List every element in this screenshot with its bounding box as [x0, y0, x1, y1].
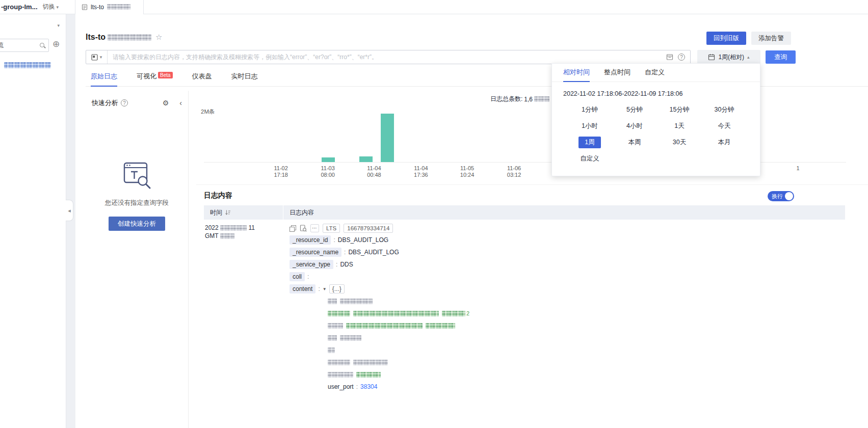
chart-bar [359, 156, 373, 162]
chart-x-label: 11-0510:24 [460, 165, 475, 178]
sidebar-collapse-handle[interactable]: ◂ [66, 200, 73, 221]
view-tab[interactable]: 原始日志 [91, 72, 117, 86]
content-field-row: content : ▼ {...} [290, 283, 858, 295]
search-mode-selector[interactable]: ▾ [86, 50, 108, 64]
field-key[interactable]: content [290, 284, 315, 293]
copy-icon[interactable] [290, 225, 296, 232]
log-search-input[interactable] [108, 50, 690, 64]
time-option[interactable]: 1分钟 [567, 105, 612, 115]
view-tab[interactable]: 可视化 Beta [137, 72, 173, 86]
log-fields: _resource_id : DBS_AUDIT_LOG _resource_n… [290, 234, 858, 283]
time-panel-tab[interactable]: 相对时间 [563, 68, 590, 82]
chevron-down-icon: ▾ [100, 55, 102, 60]
log-search-box: ▾ ? [86, 50, 691, 64]
quick-analysis-title: 快速分析 [92, 98, 118, 108]
topbar: -group-lm... 切换 ▾ lts-to [0, 0, 868, 14]
time-option[interactable]: 本周 [612, 138, 657, 147]
log-entry-time: 2022 11 GMT [204, 220, 283, 240]
field-key[interactable]: coll [290, 272, 305, 281]
time-option[interactable]: 30分钟 [702, 105, 747, 115]
view-tab[interactable]: 实时日志 [231, 72, 258, 86]
time-option[interactable]: 今天 [702, 121, 747, 131]
group-switcher[interactable]: -group-lm... 切换 ▾ [0, 3, 66, 11]
gear-icon[interactable]: ⚙ [163, 99, 169, 107]
time-option[interactable]: 自定义 [567, 154, 612, 164]
time-range-selector[interactable]: 1周(相对) ▴ [697, 50, 760, 64]
chevron-up-icon: ▴ [747, 55, 750, 60]
search-mode-icon [91, 54, 98, 61]
json-preview[interactable]: {...} [329, 284, 345, 293]
view-context-icon[interactable] [300, 225, 307, 232]
chart-x-label-partial: 1 [796, 165, 799, 172]
chart-x-label: 11-0400:48 [367, 165, 381, 178]
redacted-content-lines: 2 [328, 295, 858, 381]
log-field-row: coll : [290, 271, 858, 283]
wrap-toggle[interactable]: 换行 [768, 191, 794, 201]
time-range-text: 2022-11-02 17:18:06-2022-11-09 17:18:06 [563, 90, 760, 97]
stream-search-input[interactable]: 流 [0, 39, 49, 52]
group-name: -group-lm... [1, 3, 38, 11]
collapse-panel-icon[interactable]: ‹ [179, 99, 182, 107]
field-key[interactable]: _service_type [290, 260, 333, 269]
chart-bar [322, 157, 335, 162]
log-stream-item[interactable] [4, 61, 66, 68]
log-tag[interactable]: 1667879334714 [344, 224, 393, 233]
time-option[interactable]: 本月 [702, 138, 747, 147]
create-quick-analysis-button[interactable]: 创建快速分析 [109, 217, 165, 231]
chevron-down-icon: ▾ [57, 5, 59, 10]
redacted [220, 233, 234, 239]
time-option[interactable]: 1周 [567, 138, 612, 147]
quick-analysis-empty-state: 您还没有指定查询字段 创建快速分析 [86, 161, 188, 231]
chevron-down-icon: ▾ [57, 23, 60, 28]
search-icon[interactable] [40, 43, 45, 48]
saved-search-icon[interactable] [666, 54, 673, 61]
help-icon[interactable]: ? [121, 99, 128, 106]
add-alarm-button[interactable]: 添加告警 [751, 32, 791, 45]
more-actions-icon[interactable]: ⋯ [310, 224, 319, 232]
redacted [4, 62, 51, 68]
chart-x-label: 11-0603:12 [507, 165, 521, 178]
chart-x-label: 11-0308:00 [321, 165, 335, 178]
content-column-header: 日志内容 [290, 208, 314, 217]
time-option[interactable]: 5分钟 [612, 105, 657, 115]
field-key[interactable]: _resource_name [290, 248, 341, 257]
back-to-old-button[interactable]: 回到旧版 [706, 32, 746, 45]
favorite-star-icon[interactable]: ☆ [155, 33, 162, 42]
time-panel-tab[interactable]: 整点时间 [604, 68, 630, 82]
view-tab[interactable]: 仪表盘 [192, 72, 212, 86]
redacted [107, 4, 130, 10]
time-panel-tabs: 相对时间 整点时间 自定义 [552, 64, 760, 82]
field-value: DBS_AUDIT_LOG [348, 249, 399, 256]
field-value: DDS [340, 261, 353, 268]
log-field-row: _service_type : DDS [290, 258, 858, 271]
field-key[interactable]: _resource_id [290, 235, 331, 245]
search-row: ▾ ? 1周(相对) ▴ 查询 [86, 50, 796, 64]
query-button[interactable]: 查询 [766, 50, 796, 64]
sidebar-group-select[interactable]: ▾ [0, 17, 66, 34]
log-entry-toolbar: ⋯ LTS 1667879334714 [290, 223, 858, 234]
time-option[interactable]: 30天 [657, 138, 702, 147]
switch-group-button[interactable]: 切换 ▾ [43, 3, 59, 11]
time-panel-tab[interactable]: 自定义 [645, 68, 665, 82]
empty-illustration-icon [86, 161, 188, 191]
time-option[interactable]: 1天 [657, 121, 702, 131]
beta-badge: Beta [158, 72, 173, 78]
time-option[interactable]: 4小时 [612, 121, 657, 131]
quick-analysis-panel: 快速分析 ? ⚙ ‹ 您还没 [86, 91, 189, 428]
add-stream-button[interactable]: ⊕ [52, 40, 60, 48]
time-option[interactable]: 15分钟 [657, 105, 702, 115]
redacted [220, 225, 247, 231]
field-value-link[interactable]: 38304 [360, 383, 377, 390]
log-stream-tab[interactable]: lts-to [75, 0, 144, 14]
lts-log-search-page: -group-lm... 切换 ▾ lts-to ▾ 流 ⊕ [0, 0, 868, 428]
log-content-section: 日志内容 换行 时间 日志内容 2022 11 [196, 184, 868, 428]
chart-bar [381, 114, 394, 162]
stream-search-text: 流 [0, 41, 4, 50]
help-icon[interactable]: ? [678, 54, 685, 61]
expand-caret-icon[interactable]: ▼ [323, 287, 327, 291]
header-actions: 回到旧版 添加告警 [706, 32, 791, 45]
time-option[interactable]: 1小时 [567, 121, 612, 131]
log-tags: LTS 1667879334714 [323, 224, 393, 233]
log-tag[interactable]: LTS [323, 224, 340, 233]
sort-icon[interactable] [225, 209, 231, 216]
